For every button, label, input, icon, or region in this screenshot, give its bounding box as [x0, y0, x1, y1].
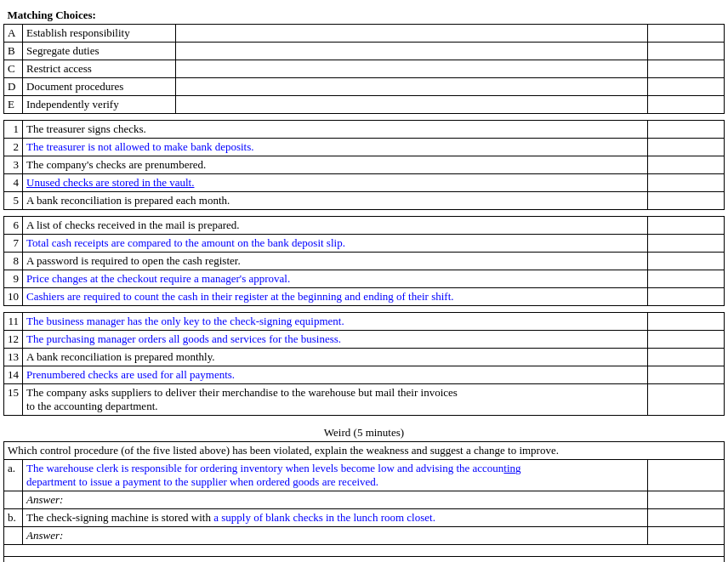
item-answer-6[interactable]: [648, 217, 725, 235]
item-num-12: 12: [4, 331, 23, 349]
choice-row-e: E Independently verify: [4, 96, 725, 114]
weird-item-b-text-row: b. The check-signing machine is stored w…: [4, 508, 725, 526]
choice-empty-b: [176, 43, 648, 60]
item-row-9: 9 Price changes at the checkout require …: [4, 270, 725, 288]
item-row-1: 1 The treasurer signs checks.: [4, 121, 725, 139]
choice-empty-a: [176, 25, 648, 43]
item-answer-10[interactable]: [648, 288, 725, 306]
item-row-13: 13 A bank reconciliation is prepared mon…: [4, 349, 725, 366]
choice-empty-c: [176, 60, 648, 78]
blank-sep-2: [4, 210, 725, 217]
weird-answer-b-em: Answer:: [26, 529, 63, 542]
item-text-10-blue: Cashiers are required to count the cash …: [26, 290, 454, 303]
weird-prompt-row: Which control procedure (of the five lis…: [4, 441, 725, 459]
choice-text-d: Document procedures: [23, 78, 176, 96]
item-num-2: 2: [4, 139, 23, 156]
item-answer-11[interactable]: [648, 313, 725, 331]
matching-label: Matching Choices:: [4, 7, 725, 25]
item-answer-12[interactable]: [648, 331, 725, 349]
item-answer-4[interactable]: [648, 174, 725, 192]
item-row-14: 14 Prenumbered checks are used for all p…: [4, 366, 725, 384]
item-row-4: 4 Unused checks are stored in the vault.: [4, 174, 725, 192]
item-answer-1[interactable]: [648, 121, 725, 139]
item-text-9: Price changes at the checkout require a …: [23, 270, 648, 288]
weird-prompt: Which control procedure (of the five lis…: [4, 441, 725, 459]
matching-table: Matching Choices: A Establish responsibi…: [3, 7, 725, 562]
blank-trail-cell-2: [4, 556, 725, 562]
choice-text-c: Restrict access: [23, 60, 176, 78]
item-text-6: A list of checks received in the mail is…: [23, 217, 648, 235]
blank-sep-cell-4: [4, 416, 725, 423]
item-text-4: Unused checks are stored in the vault.: [23, 174, 648, 192]
weird-answer-a-col: [648, 459, 725, 491]
blank-sep-cell-1: [4, 114, 725, 121]
weird-item-a-text-row: a. The warehouse clerk is responsible fo…: [4, 459, 725, 491]
blank-trail-cell-1: [4, 544, 725, 556]
item-answer-14[interactable]: [648, 366, 725, 384]
item-num-15: 15: [4, 384, 23, 416]
item-num-13: 13: [4, 349, 23, 366]
weird-title-text: Weird (5 minutes): [324, 426, 404, 439]
item-answer-5[interactable]: [648, 192, 725, 210]
blank-sep-cell-3: [4, 306, 725, 313]
choice-row-b: B Segregate duties: [4, 43, 725, 60]
weird-a-empty: [4, 491, 23, 508]
weird-answer-a-right: [648, 491, 725, 508]
blank-trail-2: [4, 556, 725, 562]
item-row-2: 2 The treasurer is not allowed to make b…: [4, 139, 725, 156]
choice-answer-a: [648, 25, 725, 43]
item-text-13: A bank reconciliation is prepared monthl…: [23, 349, 648, 366]
item-text-3: The company's checks are prenumbered.: [23, 156, 648, 174]
choice-answer-b: [648, 43, 725, 60]
item-text-7: Total cash receipts are compared to the …: [23, 235, 648, 253]
item-text-8: A password is required to open the cash …: [23, 253, 648, 270]
item-answer-3[interactable]: [648, 156, 725, 174]
item-text-12: The purchasing manager orders all goods …: [23, 331, 648, 349]
choice-empty-e: [176, 96, 648, 114]
choice-letter-e: E: [4, 96, 23, 114]
choice-answer-d: [648, 78, 725, 96]
blank-sep-1: [4, 114, 725, 121]
weird-item-b-answer-row: Answer:: [4, 526, 725, 544]
item-text-10: Cashiers are required to count the cash …: [23, 288, 648, 306]
item-text-4-blue: Unused checks are stored in the vault.: [26, 176, 194, 189]
item-row-7: 7 Total cash receipts are compared to th…: [4, 235, 725, 253]
item-text-2: The treasurer is not allowed to make ban…: [23, 139, 648, 156]
item-num-10: 10: [4, 288, 23, 306]
item-answer-9[interactable]: [648, 270, 725, 288]
weird-title: Weird (5 minutes): [4, 423, 725, 442]
choice-text-a: Establish responsibility: [23, 25, 176, 43]
item-num-6: 6: [4, 217, 23, 235]
choice-letter-b: B: [4, 43, 23, 60]
item-num-11: 11: [4, 313, 23, 331]
item-text-14: Prenumbered checks are used for all paym…: [23, 366, 648, 384]
blank-trail-1: [4, 544, 725, 556]
choice-text-e: Independently verify: [23, 96, 176, 114]
item-row-12: 12 The purchasing manager orders all goo…: [4, 331, 725, 349]
item-text-9-blue: Price changes at the checkout require a …: [26, 272, 290, 285]
item-num-4: 4: [4, 174, 23, 192]
weird-answer-a-em: Answer:: [26, 493, 63, 506]
item-answer-15[interactable]: [648, 384, 725, 416]
item-answer-7[interactable]: [648, 235, 725, 253]
item-row-3: 3 The company's checks are prenumbered.: [4, 156, 725, 174]
item-answer-13[interactable]: [648, 349, 725, 366]
weird-title-row: Weird (5 minutes): [4, 423, 725, 442]
item-num-9: 9: [4, 270, 23, 288]
blank-sep-cell-2: [4, 210, 725, 217]
item-text-7-blue: Total cash receipts are compared to the …: [26, 236, 345, 249]
weird-answer-b-right: [648, 526, 725, 544]
weird-item-a-answer-row: Answer:: [4, 491, 725, 508]
item-row-6: 6 A list of checks received in the mail …: [4, 217, 725, 235]
item-answer-8[interactable]: [648, 253, 725, 270]
choice-text-b: Segregate duties: [23, 43, 176, 60]
item-num-14: 14: [4, 366, 23, 384]
matching-header-row: Matching Choices:: [4, 7, 725, 25]
weird-letter-a: a.: [4, 459, 23, 491]
item-answer-2[interactable]: [648, 139, 725, 156]
item-text-15: The company asks suppliers to deliver th…: [23, 384, 648, 416]
item-text-2-blue: The treasurer is not allowed to make ban…: [26, 140, 254, 153]
choice-answer-c: [648, 60, 725, 78]
choice-answer-e: [648, 96, 725, 114]
item-num-1: 1: [4, 121, 23, 139]
